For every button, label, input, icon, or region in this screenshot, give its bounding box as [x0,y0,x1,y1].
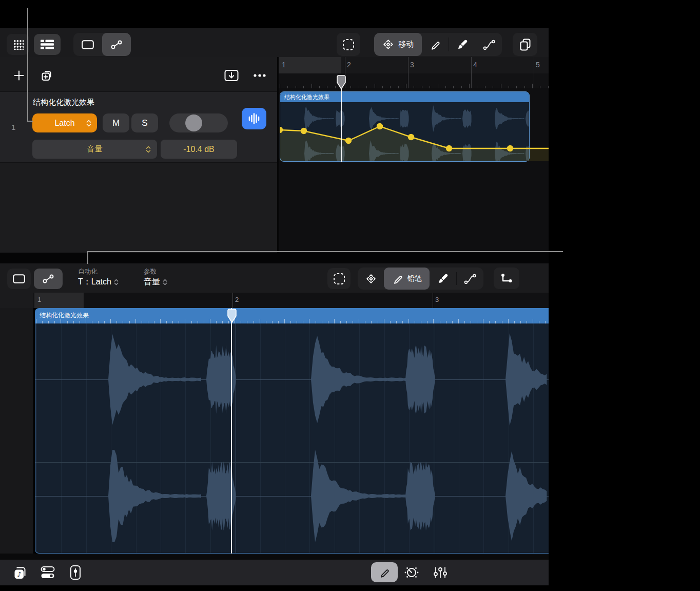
loops-icon: ♪ [12,565,28,580]
band-tick [359,319,359,323]
top-edit-mode-group [73,33,131,56]
loops-browser-button[interactable]: ♪ [9,563,31,582]
add-track-button[interactable] [9,66,29,85]
ruler-tick [382,86,383,88]
grid-beat-line [161,323,161,554]
automation-mode-value[interactable]: T：Latch [78,277,119,288]
automation-mode-text: T：Latch [78,277,111,288]
band-tick [260,319,260,323]
add-track-icon [13,70,25,81]
band-tick [433,319,434,323]
parameter-value-box[interactable]: -10.4 dB [161,140,237,159]
grid-beat-line [483,323,484,554]
automation-point[interactable] [507,145,513,151]
ruler-tick [335,86,336,88]
step-input-button[interactable] [494,268,519,289]
parameter-section-text: 音量 [144,277,160,288]
parameter-select[interactable]: 音量 [32,140,157,159]
grid-view-button[interactable] [7,34,29,55]
pencil-tool-segment[interactable] [422,33,449,56]
editor-ruler[interactable]: 123 [33,293,549,308]
callout-line-automation-horizontal [87,251,563,252]
automation-point[interactable] [408,134,414,140]
editor-regions-mode-button[interactable] [7,269,31,289]
editor-automation-mode-button[interactable] [34,269,63,289]
callout-line-latch-vertical [27,8,28,122]
duplicate-track-button[interactable] [36,66,57,85]
editor-playhead-marker[interactable] [227,309,237,323]
brush-tool-segment[interactable] [449,33,476,56]
automation-point[interactable] [345,138,352,144]
top-ruler-ticks[interactable] [279,73,549,88]
more-button[interactable] [248,66,271,85]
top-ruler-numbers[interactable]: 12345 [279,57,549,73]
mixer-button[interactable] [430,563,451,582]
grid-beat-line [136,323,137,554]
grid-beat-line [384,323,385,554]
editor-region-band[interactable]: 结构化化激光效果 [35,308,549,323]
solo-button[interactable]: S [131,113,158,132]
move-tool-segment[interactable]: 移动 [374,33,422,56]
editor-move-tool-segment[interactable] [358,268,384,290]
grid-beat-line [409,323,410,554]
automation-point[interactable] [301,128,307,134]
track-controls-button[interactable] [37,563,59,582]
pencil-tool-label: 铅笔 [407,274,422,283]
ruler-tick [406,84,406,88]
band-tick [409,319,409,323]
ruler-tick [312,84,312,88]
editor-curve-tool-segment[interactable] [457,268,483,290]
waveform-button[interactable] [242,108,266,129]
ruler-tick [280,84,280,88]
grid-zero-line [35,379,549,380]
right-black-margin [549,0,700,591]
mute-label: M [112,118,120,128]
automation-mode-segment[interactable] [102,33,131,56]
ruler-label: 1 [282,61,286,69]
editor-waveform-area[interactable] [35,323,549,554]
editor-brush-tool-segment[interactable] [430,268,456,290]
brush-icon [457,39,468,50]
ruler-tick [359,86,359,88]
toggle-knob[interactable] [185,115,202,131]
grid-beat-line [309,323,310,554]
track-number: 1 [11,123,15,131]
marquee-icon [333,273,345,285]
top-marquee-button[interactable] [337,33,360,56]
copy-icon [519,39,531,51]
tracks-icon [41,40,54,49]
parameter-section-label: 参数 [144,268,157,276]
pencil-icon [379,567,390,578]
import-button[interactable] [221,66,242,85]
track-toggle[interactable] [169,113,228,132]
ruler-label: 2 [235,296,239,303]
pencil-icon [392,273,403,284]
automation-overlay[interactable] [280,91,549,162]
editor-marquee-button[interactable] [327,268,351,289]
automation-point[interactable] [446,145,452,151]
curve-tool-segment[interactable] [476,33,502,56]
automation-point[interactable] [377,123,383,129]
tracks-view-button[interactable] [34,34,61,55]
copy-paste-button[interactable] [513,33,537,56]
ruler-range-box [279,57,341,73]
marquee-icon [342,39,355,51]
grid-beat-line [36,323,37,554]
ruler-tick [390,86,391,88]
automation-mode-button[interactable]: Latch [32,113,97,132]
regions-mode-segment[interactable] [73,33,102,56]
smart-controls-button[interactable] [401,563,422,582]
mute-button[interactable]: M [103,113,129,132]
band-tick [384,319,384,323]
ruler-tick [509,86,509,88]
ruler-tick [469,84,470,88]
edit-pencil-button[interactable] [371,562,398,582]
ruler-tick [485,86,485,88]
grid-beat-line [335,323,335,554]
top-playhead-marker[interactable] [337,75,346,90]
band-tick [210,319,210,323]
parameter-section-value[interactable]: 音量 [144,277,167,288]
automation-section-label: 自动化 [78,268,98,276]
fader-button[interactable] [65,563,86,582]
editor-pencil-tool-segment[interactable]: 铅笔 [384,268,430,290]
